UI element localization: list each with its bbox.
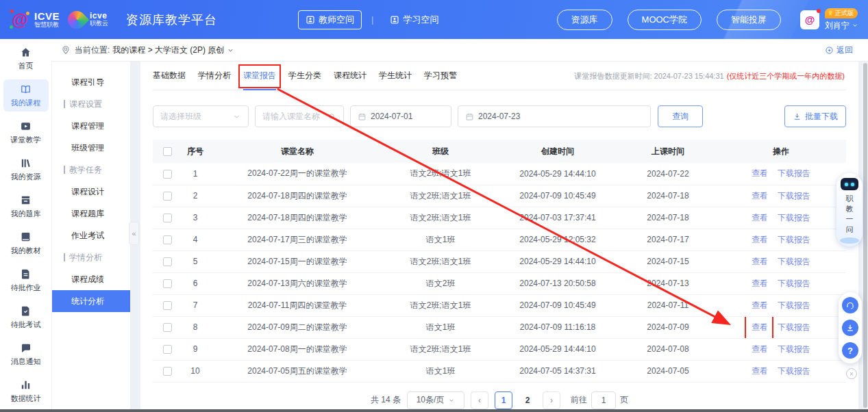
user-box[interactable]: @ 正式版 刘肖宁 [800, 8, 858, 31]
row-checkbox[interactable] [163, 257, 172, 266]
row-checkbox[interactable] [163, 214, 172, 222]
download-report-link[interactable]: 下载报告 [778, 235, 810, 244]
breadcrumb-chevron-down-icon[interactable] [227, 47, 234, 54]
download-report-link[interactable]: 下载报告 [778, 344, 810, 354]
sidebar-item-pending-exams[interactable]: 待批考试 [3, 301, 49, 333]
view-link[interactable]: 查看 [752, 213, 768, 222]
submenu-item-statistics-analysis[interactable]: 统计分析 [52, 290, 130, 312]
pagination-total: 共 14 条 [371, 394, 401, 406]
download-report-link[interactable]: 下载报告 [778, 279, 810, 288]
row-class: 语文1班 [386, 229, 495, 250]
row-checkbox[interactable] [163, 345, 172, 354]
sidebar-item-my-textbooks[interactable]: 我的教材 [3, 227, 49, 259]
view-link[interactable]: 查看 [752, 191, 768, 201]
submenu-item-course-guide[interactable]: 课程引导 [52, 71, 130, 93]
view-link[interactable]: 查看 [752, 366, 768, 376]
page-button-2[interactable]: 2 [519, 391, 536, 409]
class-name-input[interactable]: 请输入课堂名称 [255, 105, 344, 127]
query-button[interactable]: 查询 [658, 105, 703, 127]
date-end-input[interactable]: 2024-07-23 [458, 105, 651, 127]
download-report-link[interactable]: 下载报告 [778, 213, 810, 222]
row-actions: 查看下载报告 [716, 316, 846, 338]
app-header: @ ICVE 智慧职教 icve 职教云 资源库教学平台 教师空间 | 学习空间… [0, 0, 868, 39]
breadcrumb-path[interactable]: 我的课程 > 大学语文 (2P) 原创 [112, 44, 224, 56]
mooc-college-button[interactable]: MOOC学院 [628, 10, 702, 30]
nav-teacher-space[interactable]: 教师空间 [298, 10, 362, 29]
tab-learning-warning[interactable]: 学习预警 [424, 61, 457, 90]
table-row: 32024-07-18周四的课堂教学语文2班;语文1班2024-07-03 17… [153, 207, 846, 229]
submenu-item-class-management[interactable]: 班级管理 [52, 137, 130, 159]
vertical-scrollbar[interactable] [863, 62, 868, 409]
view-link[interactable]: 查看 [752, 344, 768, 354]
download-report-link[interactable]: 下载报告 [778, 168, 810, 178]
page-size-select[interactable]: 10条/页 [407, 391, 464, 409]
row-class-name: 2024-07-05周五的课堂教学 [209, 360, 386, 382]
zhijiao-assistant-widget[interactable]: 职教一问 [836, 173, 863, 246]
select-all-checkbox[interactable] [163, 147, 172, 156]
download-report-link[interactable]: 下载报告 [778, 300, 810, 310]
col-created-time: 创建时间 [495, 140, 620, 163]
sidebar-item-my-question-bank[interactable]: 我的题库 [3, 190, 49, 222]
row-checkbox[interactable] [163, 192, 172, 201]
sidebar-item-my-courses[interactable]: 我的课程 [3, 79, 49, 112]
submenu-item-course-grades[interactable]: 课程成绩 [52, 268, 130, 290]
back-button[interactable]: 返回 [825, 44, 853, 56]
row-checkbox[interactable] [163, 235, 172, 244]
view-link[interactable]: 查看 [752, 279, 768, 288]
sidebar-item-label: 课堂教学 [11, 135, 41, 145]
row-checkbox[interactable] [163, 323, 172, 332]
sidebar-item-pending-homework[interactable]: 待批作业 [3, 264, 49, 296]
view-link[interactable]: 查看 [752, 235, 768, 244]
tab-learning-analysis[interactable]: 学情分析 [198, 61, 231, 90]
row-checkbox[interactable] [163, 301, 172, 310]
download-center-button[interactable] [842, 320, 858, 336]
goto-page-input[interactable]: 1 [591, 391, 616, 409]
main-area: 基础数据学情分析课堂报告学生分类课程统计学生统计学习预警 课堂报告数据更新时间:… [130, 62, 868, 409]
resource-library-button[interactable]: 资源库 [557, 10, 612, 30]
customer-service-button[interactable] [842, 297, 858, 313]
chevron-down-icon [232, 112, 241, 121]
sidebar-item-data-statistics[interactable]: 数据统计 [3, 375, 49, 407]
nav-learning-space[interactable]: 学习空间 [383, 11, 445, 29]
scrollbar-thumb[interactable] [863, 63, 867, 408]
download-report-link[interactable]: 下载报告 [778, 366, 810, 376]
row-class-time: 2024-07-17 [620, 229, 716, 250]
date-start-input[interactable]: 2024-07-01 [350, 105, 451, 127]
sidebar-item-my-resources[interactable]: 我的资源 [3, 153, 49, 185]
page-button-1[interactable]: 1 [495, 391, 512, 409]
tab-student-statistics[interactable]: 学生统计 [379, 61, 412, 90]
submenu-item-course-question-bank[interactable]: 课程题库 [52, 203, 130, 224]
tab-course-statistics[interactable]: 课程统计 [334, 61, 367, 90]
view-link[interactable]: 查看 [752, 257, 768, 266]
smart-projection-button[interactable]: 智能投屏 [717, 10, 781, 30]
view-link[interactable]: 查看 [752, 168, 768, 178]
submenu-item-course-management[interactable]: 课程管理 [52, 115, 130, 137]
sidebar-item-home[interactable]: 首页 [3, 42, 49, 75]
submenu-collapse-handle[interactable]: « [129, 222, 139, 245]
help-button[interactable]: ? [842, 342, 858, 359]
view-link[interactable]: 查看 [752, 322, 768, 332]
sidebar-item-messages[interactable]: 消息通知 [3, 338, 49, 370]
row-checkbox[interactable] [163, 279, 172, 288]
download-report-link[interactable]: 下载报告 [778, 322, 810, 332]
row-checkbox[interactable] [163, 170, 172, 179]
tab-student-classification[interactable]: 学生分类 [288, 61, 321, 90]
sidebar-item-classroom-teaching[interactable]: 课堂教学 [3, 116, 49, 149]
download-report-link[interactable]: 下载报告 [778, 257, 810, 266]
next-page-button[interactable]: › [543, 391, 560, 409]
submenu-item-homework-exam[interactable]: 作业考试 [52, 224, 130, 246]
download-report-link[interactable]: 下载报告 [778, 191, 810, 201]
class-select[interactable]: 请选择班级 [153, 105, 249, 127]
view-link[interactable]: 查看 [752, 300, 768, 310]
submenu-item-course-design[interactable]: 课程设计 [52, 181, 130, 203]
courses-icon [20, 83, 32, 95]
sidebar-item-label: 待批考试 [11, 320, 41, 330]
row-class-time: 2024-07-18 [620, 185, 716, 207]
tab-basic-data[interactable]: 基础数据 [153, 61, 186, 90]
batch-download-button[interactable]: 批量下载 [784, 105, 846, 127]
learning-space-icon [390, 15, 399, 25]
tab-class-report[interactable]: 课堂报告 [243, 61, 276, 90]
floating-toolbar-close-button[interactable]: × [846, 368, 857, 379]
prev-page-button[interactable]: ‹ [471, 391, 488, 409]
row-checkbox[interactable] [163, 367, 172, 376]
